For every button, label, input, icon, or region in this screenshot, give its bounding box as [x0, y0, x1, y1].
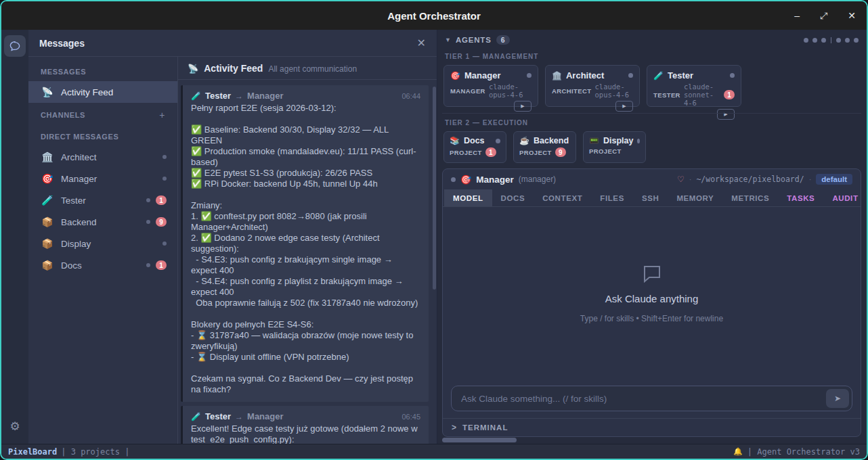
coffee-icon: ☕ [519, 136, 529, 145]
empty-state-hint: Type / for skills • Shift+Enter for newl… [580, 314, 723, 323]
activity-feed: 📡 Activity Feed All agent communication … [178, 57, 437, 444]
package-icon: 📦 [41, 216, 54, 227]
sidebar-item-label: Display [61, 239, 91, 249]
add-channel-icon[interactable]: + [159, 110, 165, 120]
sidebar-item-tester[interactable]: 🧪 Tester 1 [28, 189, 177, 211]
tab-metrics[interactable]: METRICS [722, 189, 778, 206]
run-agent-button[interactable]: ▶ [615, 101, 633, 112]
sidebar-item-label: Manager [61, 174, 97, 184]
sidebar-item-manager[interactable]: 🎯 Manager [28, 168, 177, 189]
feed-scrollbar[interactable] [433, 87, 436, 290]
feed-scroll-area[interactable]: 🧪 Tester → Manager 06:44 Pełny raport E2… [178, 80, 437, 444]
tab-files[interactable]: FILES [591, 189, 633, 206]
chat-empty-state: Ask Claude anything Type / for skills • … [443, 207, 861, 380]
tier1-label: TIER 1 — MANAGEMENT [442, 47, 861, 65]
horizontal-scrollbar[interactable] [442, 438, 861, 443]
heart-icon[interactable]: ♡ [677, 175, 685, 184]
play-icon: ▶ [622, 104, 626, 109]
test-tube-icon: 🧪 [653, 71, 664, 80]
settings-button[interactable]: ⚙ [4, 415, 26, 437]
agent-card-docs[interactable]: 📚 Docs PROJECT 1 [443, 131, 506, 163]
left-rail: ⚙ [1, 30, 28, 444]
agent-card-architect[interactable]: 🏛️ Architect ARCHITECT claude-opus-4-6 ▶ [545, 65, 640, 107]
sidebar-item-label: Docs [61, 260, 82, 271]
status-dot [821, 38, 826, 43]
sidebar-item-label: Activity Feed [61, 87, 113, 97]
unread-badge: 1 [724, 90, 735, 99]
sidebar-item-label: Architect [61, 152, 97, 162]
close-button[interactable]: ✕ [848, 11, 856, 20]
tab-context[interactable]: CONTEXT [534, 189, 591, 206]
tab-docs[interactable]: DOCS [492, 189, 534, 206]
sidebar-item-display[interactable]: 📦 Display [28, 233, 177, 254]
message-to: Manager [247, 91, 283, 101]
sidebar-item-backend[interactable]: 📦 Backend 9 [28, 211, 177, 233]
unread-badge: 1 [156, 196, 167, 205]
message-from: Tester [205, 411, 231, 421]
feed-subtitle: All agent communication [268, 64, 357, 74]
message-body: Excellent! Edge case testy już gotowe (d… [191, 423, 420, 444]
ask-claude-input[interactable] [451, 386, 852, 411]
arrow-icon: → [235, 91, 243, 101]
send-button[interactable]: ➤ [826, 389, 849, 408]
tab-memory[interactable]: MEMORY [668, 189, 722, 206]
status-dot [836, 38, 841, 43]
sidebar-item-docs[interactable]: 📦 Docs 1 [28, 254, 177, 276]
agent-name: Architect [566, 70, 604, 80]
tab-tasks[interactable]: TASKS [778, 189, 823, 206]
agent-card-display[interactable]: 📟 Display PROJECT [583, 131, 646, 163]
satellite-icon: 📡 [188, 64, 198, 74]
sidebar-item-label: Backend [61, 217, 97, 227]
chat-bubble-icon [8, 39, 22, 53]
agent-card-tester[interactable]: 🧪 Tester TESTER claude-sonnet-4-6 1 ▶ [647, 65, 741, 107]
message-to: Manager [247, 411, 283, 421]
feed-title: Activity Feed [204, 63, 263, 74]
chat-bubble-icon [642, 264, 662, 283]
device-icon: 📟 [589, 136, 599, 145]
agent-card-manager[interactable]: 🎯 Manager MANAGER claude-opus-4-6 ▶ [443, 65, 538, 107]
agents-label: AGENTS [456, 36, 492, 44]
session-badge[interactable]: default [816, 174, 852, 185]
chat-agent-name: Manager [476, 175, 514, 185]
messages-sidebar: MESSAGES 📡 Activity Feed CHANNELS + DIRE… [28, 57, 178, 444]
tab-audit[interactable]: AUDIT [823, 189, 861, 206]
presence-dot [162, 177, 167, 181]
presence-dot [146, 198, 150, 202]
test-tube-icon: 🧪 [191, 91, 201, 101]
minimize-button[interactable]: – [794, 11, 800, 20]
dart-icon: 🎯 [450, 71, 460, 80]
messages-rail-button[interactable] [4, 35, 26, 57]
close-icon[interactable]: ✕ [417, 37, 426, 49]
statusbar-projects: | 3 projects | [61, 447, 129, 457]
books-icon: 📚 [450, 136, 460, 145]
sidebar-item-activity-feed[interactable]: 📡 Activity Feed [28, 81, 177, 103]
agent-model: claude-opus-4-6 [489, 83, 531, 99]
run-agent-button[interactable]: ▶ [514, 101, 531, 112]
maximize-button[interactable]: ⤢ [820, 11, 827, 20]
empty-state-title: Ask Claude anything [605, 293, 699, 304]
chevron-down-icon: ▼ [445, 37, 451, 43]
bell-icon[interactable]: 🔔 [733, 447, 743, 456]
agent-card-backend[interactable]: ☕ Backend PROJECT 9 [513, 131, 576, 163]
scrollbar-thumb[interactable] [442, 438, 517, 442]
agents-header[interactable]: ▼ AGENTS 6 [442, 32, 861, 47]
status-dot [730, 73, 735, 78]
dm-section-label: DIRECT MESSAGES [28, 126, 177, 146]
agent-name: Tester [668, 70, 693, 80]
messages-panel-title: Messages [39, 38, 85, 49]
sidebar-item-architect[interactable]: 🏛️ Architect [28, 146, 177, 168]
messages-panel: Messages ✕ MESSAGES 📡 Activity Feed CHAN… [28, 30, 437, 444]
tab-ssh[interactable]: SSH [633, 189, 668, 206]
channels-label: CHANNELS [41, 111, 85, 119]
agent-role: MANAGER [450, 87, 485, 95]
statusbar-app-name: PixelBoard [8, 447, 57, 457]
status-dot [628, 73, 633, 78]
satellite-icon: 📡 [41, 87, 54, 97]
terminal-toggle[interactable]: > TERMINAL [443, 418, 861, 436]
tab-model[interactable]: MODEL [444, 189, 492, 206]
workspace-path: ~/workspace/pixelboard/ [696, 175, 804, 184]
messages-section-label: MESSAGES [28, 61, 177, 81]
message-card: 🧪 Tester → Manager 06:45 Excellent! Edge… [181, 406, 429, 444]
activity-feed-header: 📡 Activity Feed All agent communication [178, 57, 437, 80]
agent-role: TESTER [653, 91, 680, 99]
